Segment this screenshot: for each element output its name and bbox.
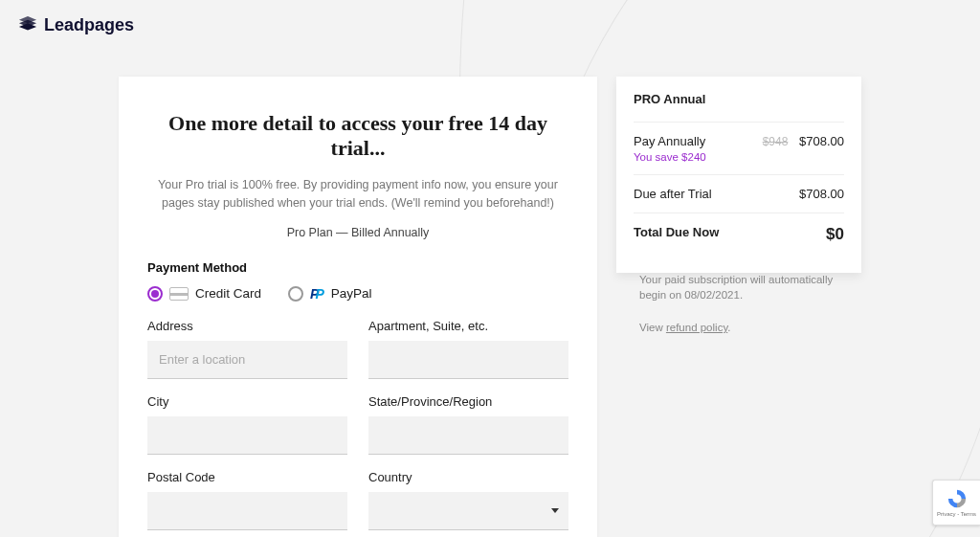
order-summary: PRO Annual Pay Annually You save $240 $9…: [616, 77, 861, 273]
recaptcha-icon: [947, 488, 968, 509]
plan-line: Pro Plan — Billed Annually: [147, 226, 568, 239]
brand-name: Leadpages: [44, 15, 134, 35]
city-input[interactable]: [147, 416, 347, 455]
country-label: Country: [368, 470, 568, 484]
credit-card-label: Credit Card: [195, 286, 261, 301]
chevron-down-icon: [551, 508, 559, 513]
discount-price: $708.00: [799, 134, 844, 148]
view-prefix: View: [639, 322, 666, 333]
postal-label: Postal Code: [147, 470, 347, 484]
radio-unselected-icon: [288, 286, 303, 302]
total-due-now-value: $0: [826, 225, 844, 244]
refund-policy-link[interactable]: refund policy: [666, 322, 727, 333]
payment-option-paypal[interactable]: PP PayPal: [288, 286, 371, 302]
apt-label: Apartment, Suite, etc.: [368, 319, 568, 333]
radio-selected-icon: [147, 286, 163, 302]
leadpages-icon: [17, 16, 38, 35]
pay-annually-label: Pay Annually: [634, 134, 706, 148]
paypal-label: PayPal: [331, 286, 372, 301]
payment-method-label: Payment Method: [147, 260, 568, 275]
page-subtext: Your Pro trial is 100% free. By providin…: [157, 176, 559, 213]
apt-input[interactable]: [368, 341, 568, 379]
country-select[interactable]: [368, 492, 568, 530]
state-input[interactable]: [368, 416, 568, 455]
auto-begin-text: Your paid subscription will automaticall…: [639, 272, 840, 302]
address-label: Address: [147, 319, 347, 333]
subscription-footnote: Your paid subscription will automaticall…: [639, 272, 840, 335]
page-headline: One more detail to access your free 14 d…: [147, 111, 568, 161]
due-after-trial-value: $708.00: [799, 187, 844, 201]
state-label: State/Province/Region: [368, 394, 568, 409]
city-label: City: [147, 394, 347, 409]
address-input[interactable]: [147, 341, 347, 379]
period: .: [727, 322, 730, 333]
you-save-text: You save $240: [634, 151, 706, 163]
checkout-card: One more detail to access your free 14 d…: [119, 77, 597, 537]
payment-option-credit-card[interactable]: Credit Card: [147, 286, 261, 302]
total-due-now-label: Total Due Now: [634, 225, 719, 239]
summary-title: PRO Annual: [634, 92, 844, 106]
postal-input[interactable]: [147, 492, 347, 530]
original-price: $948: [763, 135, 789, 148]
recaptcha-badge[interactable]: Privacy - Terms: [932, 480, 980, 526]
due-after-trial-label: Due after Trial: [634, 187, 712, 201]
brand-logo: Leadpages: [17, 15, 134, 35]
credit-card-icon: [169, 287, 189, 301]
recaptcha-links: Privacy - Terms: [937, 511, 976, 517]
paypal-icon: PP: [310, 286, 324, 302]
